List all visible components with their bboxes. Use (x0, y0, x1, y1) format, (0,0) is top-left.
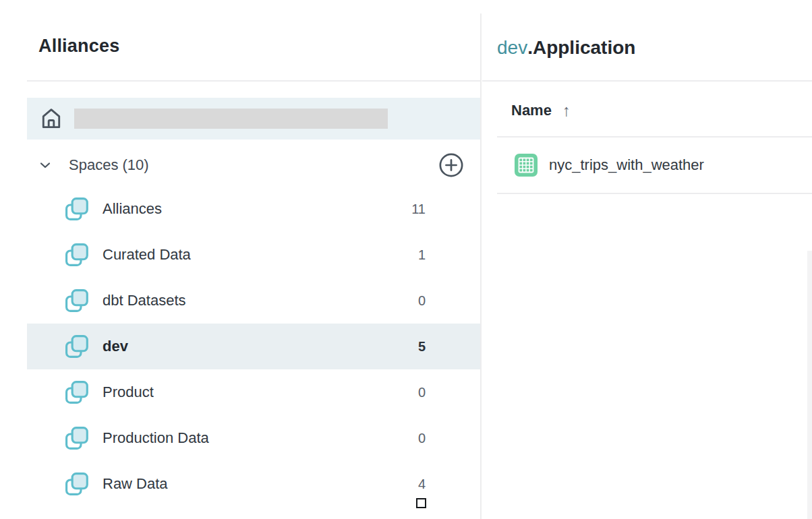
space-label: dbt Datasets (103, 292, 186, 309)
sidebar-item-product[interactable]: Product 0 (27, 369, 481, 415)
space-icon (63, 379, 90, 406)
sort-ascending-icon: ↑ (562, 101, 571, 120)
sidebar-item-production-data[interactable]: Production Data 0 (27, 415, 481, 461)
space-icon (63, 287, 90, 314)
sidebar-item-raw-data[interactable]: Raw Data 4 (27, 461, 481, 507)
sidebar-title-divider (27, 80, 481, 82)
space-count: 0 (418, 293, 481, 309)
spaces-section-header[interactable]: Spaces (10) (27, 150, 481, 181)
table-row-divider (497, 193, 812, 194)
spaces-list: Alliances 11 Curated Data 1 dbt Datasets (27, 186, 481, 507)
dataset-name: nyc_trips_with_weather (549, 156, 704, 174)
spaces-section-label: Spaces (10) (69, 156, 149, 174)
space-label: dev (103, 338, 128, 355)
page-title: Application (533, 37, 635, 58)
space-label: Product (103, 384, 154, 401)
space-icon (63, 470, 90, 497)
home-item[interactable] (27, 98, 481, 140)
right-title-divider (482, 80, 812, 82)
space-count: 11 (411, 202, 481, 217)
space-label: Curated Data (103, 246, 191, 264)
sidebar-item-curated-data[interactable]: Curated Data 1 (27, 232, 481, 278)
spaces-sidebar: Alliances Spaces (10) (0, 0, 481, 519)
panel-divider (480, 13, 482, 519)
sidebar-item-alliances[interactable]: Alliances 11 (27, 186, 481, 232)
space-icon (63, 425, 90, 452)
redacted-home-label-bar (74, 109, 388, 129)
add-space-button[interactable] (438, 152, 464, 178)
space-label: Alliances (103, 200, 162, 218)
space-label: Raw Data (103, 475, 168, 493)
space-count: 0 (418, 431, 481, 446)
home-icon (38, 106, 64, 131)
sidebar-item-dbt-datasets[interactable]: dbt Datasets 0 (27, 278, 481, 324)
space-label: Production Data (103, 429, 209, 447)
column-header-name[interactable]: Name ↑ (511, 101, 571, 120)
space-count: 5 (418, 339, 481, 355)
space-count: 1 (418, 247, 481, 263)
right-edge-divider (807, 251, 812, 519)
sidebar-item-dev[interactable]: dev 5 (27, 324, 481, 369)
space-count: 4 (418, 477, 481, 492)
breadcrumb-context[interactable]: dev (497, 37, 527, 58)
breadcrumb-separator: . (527, 37, 533, 58)
stray-square-artifact (416, 498, 426, 508)
table-row-nyc-trips-with-weather[interactable]: nyc_trips_with_weather (482, 138, 812, 193)
space-icon (63, 333, 90, 360)
column-header-label: Name (511, 102, 552, 119)
dataset-grid-icon (514, 153, 538, 177)
sidebar-title: Alliances (38, 36, 119, 57)
chevron-down-icon[interactable] (37, 157, 53, 173)
space-icon (63, 195, 90, 222)
space-count: 0 (418, 385, 481, 400)
space-icon (63, 241, 90, 268)
breadcrumb: dev.Application (497, 37, 635, 59)
